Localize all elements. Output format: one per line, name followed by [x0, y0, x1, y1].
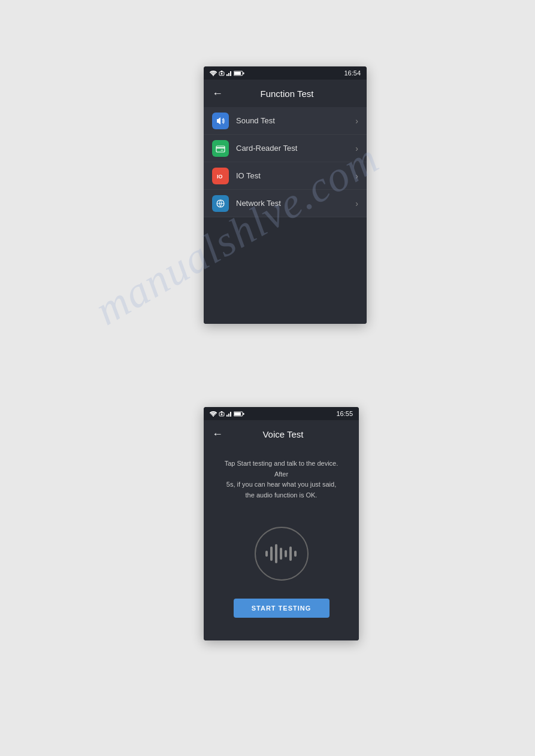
io-icon-bg: IO [212, 168, 229, 184]
svg-rect-7 [234, 72, 241, 75]
status-time-1: 16:54 [344, 69, 361, 77]
svg-point-13 [221, 413, 223, 415]
io-test-item[interactable]: IO IO Test › [204, 162, 367, 190]
audio-waveform-icon [264, 542, 300, 566]
sound-test-label: Sound Test [236, 116, 355, 125]
status-icons-2 [210, 411, 244, 417]
screen1-empty-area [204, 217, 367, 324]
io-test-chevron: › [355, 171, 358, 181]
svg-point-1 [221, 72, 223, 74]
svg-rect-20 [265, 551, 268, 557]
network-test-label: Network Test [236, 199, 355, 208]
status-bar-2: 16:55 [204, 407, 359, 420]
voice-desc-line4: the audio function is OK. [246, 491, 318, 499]
network-icon-bg [212, 195, 229, 212]
svg-rect-25 [289, 546, 292, 561]
sound-icon [216, 116, 225, 126]
sound-test-icon-bg [212, 113, 229, 129]
svg-rect-24 [285, 550, 287, 557]
signal-icon [226, 71, 232, 76]
svg-rect-6 [243, 72, 244, 74]
svg-rect-9 [216, 147, 225, 148]
status-time-2: 16:55 [336, 410, 353, 417]
header-bar-2: ← Voice Test [204, 420, 359, 448]
function-test-screen: 16:54 ← Function Test Sound Test › [204, 66, 367, 324]
svg-rect-2 [226, 74, 228, 76]
function-test-menu: Sound Test › Card-Reader Test › [204, 107, 367, 217]
card-reader-test-item[interactable]: Card-Reader Test › [204, 135, 367, 162]
signal-icon-2 [226, 411, 232, 417]
screen2-title: Voice Test [230, 429, 336, 439]
svg-rect-18 [243, 413, 244, 415]
screen1-title: Function Test [230, 89, 344, 99]
svg-rect-22 [275, 544, 277, 563]
voice-desc-line3: 5s, if you can hear what you just said, [226, 481, 336, 488]
network-test-chevron: › [355, 199, 358, 208]
audio-visualizer [204, 515, 359, 593]
battery-icon-2 [234, 411, 244, 417]
svg-rect-14 [226, 415, 228, 417]
status-bar-1: 16:54 [204, 66, 367, 80]
audio-circle [255, 527, 309, 581]
start-testing-button[interactable]: START TESTING [234, 599, 330, 618]
back-button-1[interactable]: ← [212, 87, 223, 100]
network-test-item[interactable]: Network Test › [204, 190, 367, 217]
battery-icon [234, 71, 244, 76]
svg-rect-19 [234, 412, 241, 415]
svg-rect-4 [230, 71, 231, 76]
camera-icon [219, 71, 225, 76]
sound-test-chevron: › [355, 116, 358, 126]
network-icon [216, 199, 225, 208]
wifi-icon-2 [210, 411, 217, 417]
svg-rect-21 [270, 546, 273, 561]
voice-desc-line1: Tap Start testing and talk to the device… [225, 460, 338, 467]
header-bar-1: ← Function Test [204, 80, 367, 107]
card-reader-icon [216, 144, 225, 153]
voice-desc-line2: After [274, 470, 288, 478]
card-reader-test-label: Card-Reader Test [236, 144, 355, 153]
io-icon: IO [216, 171, 225, 181]
svg-rect-8 [216, 146, 225, 152]
wifi-icon [210, 71, 217, 76]
camera-icon-2 [219, 411, 225, 417]
screen2-bottom-padding [204, 624, 359, 640]
svg-rect-3 [228, 73, 229, 76]
svg-rect-15 [228, 414, 229, 417]
page-background: manualshlve.com [0, 0, 535, 756]
card-reader-icon-bg [212, 140, 229, 157]
svg-rect-16 [230, 412, 231, 417]
svg-text:IO: IO [217, 174, 223, 180]
card-reader-test-chevron: › [355, 144, 358, 153]
voice-test-screen: 16:55 ← Voice Test Tap Start testing and… [204, 407, 359, 640]
sound-test-item[interactable]: Sound Test › [204, 107, 367, 135]
svg-rect-26 [294, 551, 297, 557]
voice-description: Tap Start testing and talk to the device… [204, 448, 359, 509]
io-test-label: IO Test [236, 171, 355, 180]
back-button-2[interactable]: ← [212, 428, 223, 441]
svg-rect-23 [280, 548, 282, 560]
status-icons-1 [210, 71, 244, 76]
